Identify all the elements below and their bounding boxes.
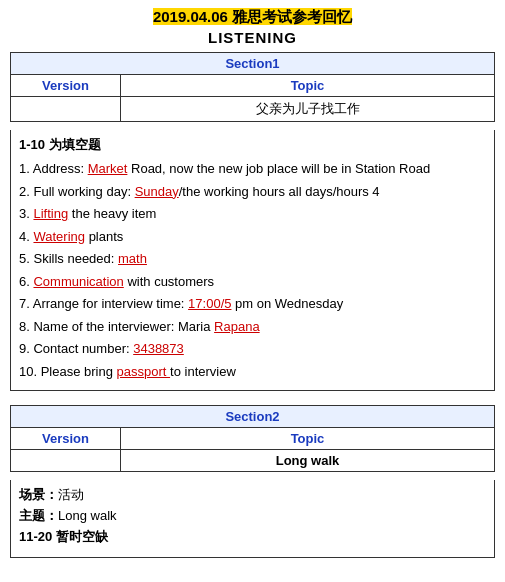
item-text-after: to interview <box>170 364 236 379</box>
section1-fill-header: 1-10 为填空题 <box>19 136 486 154</box>
item-link[interactable]: math <box>118 251 147 266</box>
item-num: 4. <box>19 229 33 244</box>
list-item: 10. Please bring passport to interview <box>19 362 486 382</box>
section2-topic-value: Long walk <box>121 450 495 472</box>
item-num: 9. <box>19 341 33 356</box>
item-link[interactable]: 17:00/5 <box>188 296 231 311</box>
section2-header: Section2 <box>11 406 495 428</box>
list-item: 9. Contact number: 3438873 <box>19 339 486 359</box>
item-link[interactable]: Watering <box>33 229 85 244</box>
item-link[interactable]: Lifting <box>33 206 68 221</box>
section1-table: Section1 Version Topic 父亲为儿子找工作 <box>10 52 495 122</box>
item-text-before: Skills needed: <box>33 251 118 266</box>
section1-content: 1-10 为填空题 1. Address: Market Road, now t… <box>10 130 495 391</box>
item-num: 8. <box>19 319 33 334</box>
list-item: 5. Skills needed: math <box>19 249 486 269</box>
item-text-before: Contact number: <box>33 341 133 356</box>
item-num: 10. <box>19 364 41 379</box>
page-title: 2019.04.06 雅思考试参考回忆 <box>153 8 352 25</box>
section1-topic-value: 父亲为儿子找工作 <box>121 97 495 122</box>
item-num: 2. <box>19 184 33 199</box>
page-title-wrap: 2019.04.06 雅思考试参考回忆 <box>10 8 495 27</box>
list-item: 4. Watering plants <box>19 227 486 247</box>
section1-header: Section1 <box>11 53 495 75</box>
item-text-before: Name of the interviewer: Maria <box>33 319 214 334</box>
section1-qa-list: 1. Address: Market Road, now the new job… <box>19 159 486 381</box>
item-num: 5. <box>19 251 33 266</box>
item-link[interactable]: passport <box>117 364 170 379</box>
section2-topic-label: Topic <box>121 428 495 450</box>
item-text-after: /the working hours all days/hours 4 <box>179 184 380 199</box>
section1-version-value <box>11 97 121 122</box>
item-num: 3. <box>19 206 33 221</box>
item-link[interactable]: Market <box>88 161 128 176</box>
item-text-after: pm on Wednesday <box>231 296 343 311</box>
section2-field2-value: Long walk <box>58 508 117 523</box>
item-text-after: the heavy item <box>68 206 156 221</box>
section2-table: Section2 Version Topic Long walk <box>10 405 495 472</box>
list-item: 6. Communication with customers <box>19 272 486 292</box>
section1-version-label: Version <box>11 75 121 97</box>
section2-field2-label: 主题： <box>19 508 58 523</box>
item-link[interactable]: Rapana <box>214 319 260 334</box>
item-text-before: Arrange for interview time: <box>33 296 188 311</box>
list-item: 1. Address: Market Road, now the new job… <box>19 159 486 179</box>
section2-version-label: Version <box>11 428 121 450</box>
list-item: 2. Full working day: Sunday/the working … <box>19 182 486 202</box>
item-link[interactable]: Sunday <box>135 184 179 199</box>
list-item: 8. Name of the interviewer: Maria Rapana <box>19 317 486 337</box>
section2-range-header: 11-20 暂时空缺 <box>19 528 486 546</box>
section2-field2: 主题：Long walk <box>19 507 486 525</box>
item-link[interactable]: 3438873 <box>133 341 184 356</box>
item-text-before: Please bring <box>41 364 117 379</box>
item-num: 7. <box>19 296 33 311</box>
item-text-after: plants <box>85 229 123 244</box>
item-text-after: Road, now the new job place will be in S… <box>127 161 430 176</box>
list-item: 7. Arrange for interview time: 17:00/5 p… <box>19 294 486 314</box>
item-text-before: Full working day: <box>33 184 134 199</box>
section2-version-value <box>11 450 121 472</box>
section2-content: 场景：活动 主题：Long walk 11-20 暂时空缺 <box>10 480 495 558</box>
section2-field1-label: 场景： <box>19 487 58 502</box>
section2-field1: 场景：活动 <box>19 486 486 504</box>
item-num: 1. <box>19 161 33 176</box>
section1-topic-label: Topic <box>121 75 495 97</box>
section2-field1-value: 活动 <box>58 487 84 502</box>
item-text-before: Address: <box>33 161 88 176</box>
item-text-after: with customers <box>124 274 214 289</box>
item-link[interactable]: Communication <box>33 274 123 289</box>
item-num: 6. <box>19 274 33 289</box>
listening-subtitle: LISTENING <box>10 29 495 46</box>
list-item: 3. Lifting the heavy item <box>19 204 486 224</box>
